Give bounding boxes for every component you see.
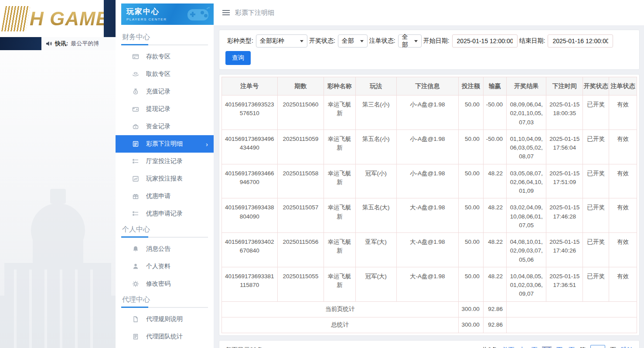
lottery-type-select[interactable]: 全部彩种	[256, 34, 307, 48]
bet-table: 注单号 期数 彩种名称 玩法 下注信息 投注额 输赢 开奖结果 下注时间 开奖状…	[221, 77, 637, 333]
report-icon	[132, 333, 139, 340]
sidebar-item-label: 消息公告	[146, 245, 170, 253]
cell-issue: 20250115056	[277, 233, 324, 267]
logo-text: H GAME	[30, 8, 104, 30]
cell-bet-info: 小-A盘@1.98	[396, 96, 458, 130]
cell-issue: 20250115057	[277, 198, 324, 233]
hand-coin-icon	[132, 71, 139, 78]
sidebar-item-messages[interactable]: 消息公告	[116, 240, 214, 258]
section-underline	[121, 307, 208, 308]
cell-bet-no: 401569173693466946700	[222, 164, 278, 198]
cell-issue: 20250115059	[277, 130, 324, 164]
cell-bet-amount: 50.00	[458, 233, 483, 267]
start-date-input[interactable]	[452, 34, 518, 48]
page-stats-label: 当前页统计	[222, 301, 459, 317]
speaker-icon	[46, 41, 52, 47]
sidebar-item-promo-apply[interactable]: 优惠申请	[116, 188, 214, 205]
person-icon	[132, 263, 139, 270]
total-stats-winloss-total: 92.86	[483, 317, 506, 333]
menu-icon[interactable]	[222, 10, 230, 15]
pagination-controls: 共6条 首页 上一页 [1] 下一页 第 页 跳转	[482, 345, 633, 348]
cell-play-type: 冠军(小)	[355, 164, 396, 198]
table-row: 401569173693438804090 20250115057 幸运飞艇新 …	[222, 198, 637, 233]
cell-lottery-name: 幸运飞艇新	[324, 164, 355, 198]
first-page-link[interactable]: 首页	[502, 346, 514, 348]
sidebar-item-agent-team-stats[interactable]: 代理团队统计	[116, 328, 214, 345]
chevron-down-icon	[360, 40, 364, 42]
prev-page-link[interactable]: 上一页	[519, 346, 537, 348]
next-page-link[interactable]: 下一页	[556, 346, 575, 348]
cell-bet-info: 大-A盘@1.98	[396, 267, 458, 301]
cell-bet-time: 2025-01-15 17:40:26	[546, 233, 583, 267]
jump-suffix-label: 页	[610, 346, 616, 348]
cell-draw-result: 01,10,04,09,06,03,05,02,08,07	[507, 130, 546, 164]
sidebar-item-label: 优惠申请记录	[146, 210, 183, 218]
sidebar-item-label: 优惠申请	[146, 192, 170, 200]
draw-status-label: 开奖状态:	[309, 37, 335, 45]
end-date-input[interactable]	[548, 34, 613, 48]
cell-lottery-name: 幸运飞艇新	[324, 233, 355, 267]
page-stats-row: 当前页统计 300.00 92.86	[222, 301, 637, 317]
sidebar-item-promo-apply-records[interactable]: 优惠申请记录	[116, 205, 214, 222]
cell-draw-status: 已开奖	[583, 130, 609, 164]
sidebar-item-withdrawal-records[interactable]: 提现记录	[116, 100, 214, 118]
sidebar-item-label: 个人资料	[146, 263, 170, 270]
sidebar-item-recharge-records[interactable]: 充值记录	[116, 83, 214, 100]
col-bet-time: 下注时间	[546, 77, 583, 96]
cell-draw-status: 已开奖	[583, 233, 609, 267]
sidebar-item-agent-rules[interactable]: 代理规则说明	[116, 310, 214, 328]
page-stats-empty	[507, 301, 637, 317]
cell-bet-no: 401569173693402670840	[222, 233, 278, 267]
cell-order-status: 有效	[609, 130, 637, 164]
cell-order-status: 有效	[609, 96, 637, 130]
order-status-value: 全部	[402, 33, 411, 49]
col-bet-amount: 投注额	[458, 77, 483, 96]
col-issue: 期数	[277, 77, 324, 96]
sidebar-item-profile[interactable]: 个人资料	[116, 258, 214, 275]
cell-bet-time: 2025-01-15 17:51:09	[546, 164, 583, 198]
sidebar-item-funds-records[interactable]: 资金记录	[116, 118, 214, 135]
filter-row: 彩种类型: 全部彩种 开奖状态: 全部 注单状态: 全部 开始日期: 结束日期:	[225, 34, 633, 48]
cell-lottery-name: 幸运飞艇新	[324, 267, 355, 301]
page-title: 彩票下注明细	[235, 9, 274, 17]
sidebar-item-label: 代理规则说明	[146, 315, 183, 323]
order-status-select[interactable]: 全部	[398, 34, 422, 48]
sidebar-item-hall-bet-records[interactable]: 厅室投注记录	[116, 153, 214, 170]
main-topbar: 彩票下注明细	[214, 0, 644, 25]
table-row: 401569173693496434490 20250115059 幸运飞艇新 …	[222, 130, 637, 164]
cell-draw-result: 04,08,10,01,02,09,03,07,05,06	[507, 233, 546, 267]
sidebar-item-label: 彩票下注明细	[146, 140, 183, 148]
sidebar-item-withdraw[interactable]: 取款专区	[116, 65, 214, 83]
cell-draw-status: 已开奖	[583, 267, 609, 301]
jump-button[interactable]: 跳转	[621, 346, 633, 348]
cell-lottery-name: 幸运飞艇新	[324, 198, 355, 233]
capitol-background-image	[0, 165, 116, 348]
start-date-label: 开始日期:	[423, 37, 450, 45]
draw-status-select[interactable]: 全部	[338, 34, 368, 48]
total-stats-label: 总统计	[222, 317, 459, 333]
cell-bet-no: 401569173693381115870	[222, 267, 278, 301]
cell-win-loss: 48.22	[483, 164, 506, 198]
page-size-text: 每页显示20条	[225, 346, 263, 348]
sidebar-item-lottery-bet-details[interactable]: 彩票下注明细 ›	[116, 135, 214, 153]
total-stats-empty	[507, 317, 637, 333]
sidebar: 玩家中心 PLAYERS CENTER 财务中心 存款专区 取款专区	[116, 0, 214, 348]
sidebar-item-deposit[interactable]: 存款专区	[116, 48, 214, 65]
current-page-indicator[interactable]: [1]	[542, 346, 552, 348]
cell-issue: 20250115055	[277, 267, 324, 301]
sidebar-item-change-password[interactable]: 修改密码	[116, 275, 214, 293]
cell-issue: 20250115060	[277, 96, 324, 130]
cell-bet-info: 大-A盘@1.98	[396, 198, 458, 233]
bell-icon	[132, 246, 139, 252]
sidebar-item-player-bet-report[interactable]: 玩家投注报表	[116, 170, 214, 188]
cell-lottery-name: 幸运飞艇新	[324, 130, 355, 164]
query-button[interactable]: 查询	[225, 51, 251, 65]
jump-page-input[interactable]	[590, 345, 605, 348]
table-header-row: 注单号 期数 彩种名称 玩法 下注信息 投注额 输赢 开奖结果 下注时间 开奖状…	[222, 77, 637, 96]
sidebar-item-label: 玩家投注报表	[146, 175, 183, 183]
cell-play-type: 第三名(小)	[355, 96, 396, 130]
left-background-zone: H GAME 快讯: 最公平的博	[0, 0, 116, 348]
cell-play-type: 亚军(大)	[355, 233, 396, 267]
page-icon	[132, 316, 139, 323]
chart-icon	[132, 175, 139, 182]
